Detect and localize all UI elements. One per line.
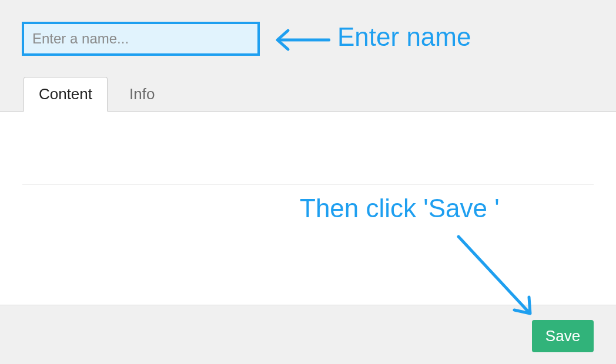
annotation-click-save: Then click 'Save ' [300, 194, 500, 223]
tab-content[interactable]: Content [24, 77, 108, 112]
divider [22, 184, 594, 185]
save-button[interactable]: Save [532, 320, 594, 352]
tab-info[interactable]: Info [118, 77, 166, 112]
name-input[interactable] [22, 22, 260, 56]
tab-content-label: Content [39, 85, 92, 103]
tab-info-label: Info [129, 85, 155, 103]
tab-bar: Content Info [0, 77, 616, 112]
arrow-left-icon [272, 28, 330, 52]
annotation-enter-name: Enter name [337, 22, 471, 52]
